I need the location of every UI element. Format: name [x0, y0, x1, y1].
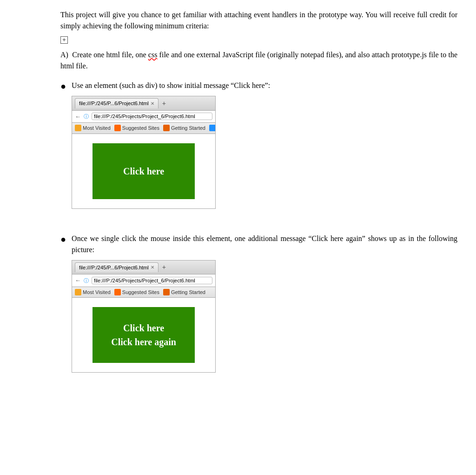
bookmark-started-label-1: Getting Started [171, 124, 205, 132]
browser-mockup-2: file:///P:/245/P...6/Project6.html ✕ + ←… [72, 260, 216, 373]
page-container: This project will give you chance to get… [0, 0, 476, 397]
bullet-item-1: ● Use an element (such as div) to show i… [60, 80, 457, 209]
bullet-1-text: Use an element (such as div) to show ini… [72, 81, 270, 89]
green-box-2[interactable]: Click here Click here again [93, 307, 195, 363]
bookmark-star-icon-1 [75, 125, 81, 131]
green-box-line2-2: Click here again [111, 335, 176, 349]
green-box-line1-1: Click here [123, 164, 164, 178]
section-a-text: A) Create one html file, one css file an… [60, 49, 457, 72]
info-icon-1: ⓘ [84, 113, 89, 120]
tab-label-2: file:///P:/245/P...6/Project6.html [79, 264, 149, 272]
tab-close-1[interactable]: ✕ [151, 100, 154, 107]
bullet-2-text: Once we single click the mouse inside th… [72, 234, 457, 254]
browser-title-bar-1: file:///P:/245/P...6/Project6.html ✕ + [72, 96, 216, 110]
browser-bookmarks-2: Most Visited Suggested Sites Getting Sta… [72, 287, 216, 298]
browser-content-2: Click here Click here again [72, 297, 216, 373]
browser-mockup-1: file:///P:/245/P...6/Project6.html ✕ + ←… [72, 96, 216, 209]
bookmark-most-visited-2[interactable]: Most Visited [75, 288, 111, 296]
bookmark-started-label-2: Getting Started [171, 288, 205, 296]
bookmark-label-1: Most Visited [83, 124, 111, 132]
browser-tab-2[interactable]: file:///P:/245/P...6/Project6.html ✕ [75, 262, 159, 273]
address-input-2[interactable] [92, 277, 212, 284]
bookmark-web-1[interactable]: Web Sl [209, 124, 216, 132]
bookmark-started-2[interactable]: Getting Started [163, 288, 205, 296]
browser-bookmarks-1: Most Visited Suggested Sites Getting Sta… [72, 122, 216, 134]
bookmark-suggested-1[interactable]: Suggested Sites [114, 124, 159, 132]
browser-tab-1[interactable]: file:///P:/245/P...6/Project6.html ✕ [75, 98, 159, 108]
green-box-line1-2: Click here [123, 321, 164, 335]
css-word: css [148, 51, 158, 59]
browser-address-bar-2: ← ⓘ [72, 274, 216, 287]
bullet-item-2: ● Once we single click the mouse inside … [60, 233, 457, 373]
bookmark-ie-icon-1 [209, 125, 216, 131]
info-icon-2: ⓘ [84, 277, 89, 285]
browser-title-bar-2: file:///P:/245/P...6/Project6.html ✕ + [72, 260, 216, 274]
bookmark-firefox-icon-1 [163, 125, 170, 131]
intro-paragraph: This project will give you chance to get… [60, 9, 457, 32]
bullet-1-content: Use an element (such as div) to show ini… [72, 80, 457, 209]
bookmark-label-2: Most Visited [83, 288, 111, 296]
bookmark-suggested-2[interactable]: Suggested Sites [114, 288, 159, 296]
browser-content-1: Click here [72, 134, 216, 209]
bookmark-star-icon-2 [75, 289, 81, 295]
bookmark-suggested-label-2: Suggested Sites [122, 288, 159, 296]
spacer-1 [60, 214, 457, 233]
bullet-dot-1: ● [60, 81, 66, 92]
bullet-2-content: Once we single click the mouse inside th… [72, 233, 457, 373]
tab-close-2[interactable]: ✕ [151, 264, 154, 271]
back-button-2[interactable]: ← [75, 276, 81, 285]
new-tab-button-1[interactable]: + [160, 100, 168, 107]
browser-address-bar-1: ← ⓘ [72, 110, 216, 123]
back-button-1[interactable]: ← [75, 112, 81, 121]
expand-icon[interactable]: + [60, 36, 68, 44]
new-tab-button-2[interactable]: + [160, 263, 168, 271]
bullet-dot-2: ● [60, 234, 66, 245]
bookmark-compass-icon-2 [114, 289, 121, 295]
bookmark-suggested-label-1: Suggested Sites [122, 124, 159, 132]
address-input-1[interactable] [92, 113, 212, 120]
bookmark-started-1[interactable]: Getting Started [163, 124, 205, 132]
green-box-1[interactable]: Click here [93, 143, 195, 199]
bookmark-compass-icon-1 [114, 125, 121, 131]
bookmark-firefox-icon-2 [163, 289, 170, 295]
tab-label-1: file:///P:/245/P...6/Project6.html [79, 100, 149, 107]
bookmark-most-visited-1[interactable]: Most Visited [75, 124, 111, 132]
